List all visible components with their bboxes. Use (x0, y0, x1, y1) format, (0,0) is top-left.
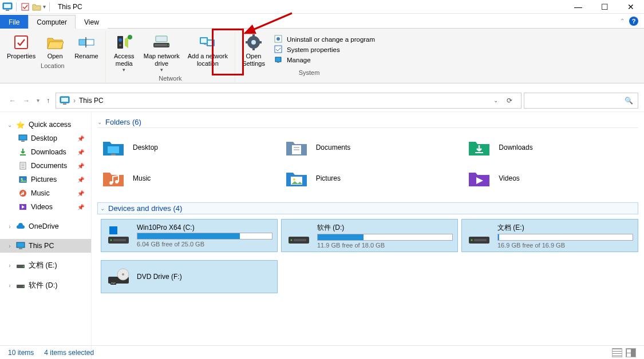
close-button[interactable]: ✕ (618, 0, 644, 14)
details-view-button[interactable] (612, 348, 622, 357)
ribbon-group-network: Access media ▾ Map network drive ▾ Add a… (106, 31, 235, 83)
dropdown-icon: ▾ (160, 67, 163, 73)
folder-pictures[interactable]: Pictures (284, 165, 456, 192)
svg-rect-47 (17, 242, 25, 248)
breadcrumb[interactable]: This PC (79, 97, 104, 105)
svg-point-14 (168, 45, 169, 46)
icons-view-button[interactable] (626, 348, 636, 357)
folder-downloads[interactable]: Downloads (467, 134, 638, 161)
add-network-location-button[interactable]: Add a network location (185, 31, 230, 74)
status-item-count: 10 items (8, 349, 34, 357)
desktop-icon (18, 134, 27, 143)
manage-icon (274, 55, 283, 65)
folder-icon (101, 136, 126, 159)
svg-rect-37 (21, 141, 25, 142)
svg-rect-35 (63, 103, 66, 105)
svg-point-22 (251, 40, 256, 45)
folder-icon (101, 167, 126, 190)
ribbon: Properties Open Rename Location Access m… (0, 29, 644, 83)
svg-rect-53 (108, 146, 119, 153)
uninstall-program-button[interactable]: Uninstall or change a program (274, 35, 375, 44)
chevron-right-icon: › (7, 282, 13, 289)
nav-onedrive[interactable]: › OneDrive (0, 220, 91, 233)
drive-dvd[interactable]: DVD DVD Drive (F:) (101, 260, 278, 293)
pin-icon: 📌 (77, 163, 89, 169)
nav-drive-e[interactable]: › 文档 (E:) (0, 258, 91, 273)
quick-access-toolbar: ▾ (0, 2, 54, 12)
folders-group-header[interactable]: ⌄ Folders (6) (97, 117, 638, 128)
folder-icon (467, 136, 492, 159)
svg-point-52 (23, 286, 24, 287)
properties-button[interactable]: Properties (5, 31, 38, 61)
dvd-drive-icon: DVD (106, 265, 131, 288)
nav-qa-desktop[interactable]: Desktop📌 (0, 131, 91, 145)
nav-qa-videos[interactable]: Videos📌 (0, 200, 91, 214)
address-bar[interactable]: › This PC ⌄ ⟳ (56, 93, 521, 109)
minimize-button[interactable]: — (565, 0, 591, 14)
svg-rect-1 (4, 4, 11, 8)
cloud-icon (16, 222, 25, 231)
back-button[interactable]: ← (9, 97, 16, 105)
svg-rect-15 (156, 36, 167, 42)
rename-button[interactable]: Rename (72, 31, 101, 61)
nav-this-pc[interactable]: › This PC (0, 239, 91, 253)
nav-drive-d[interactable]: › 软件 (D:) (0, 278, 91, 293)
map-network-drive-button[interactable]: Map network drive ▾ (141, 31, 182, 74)
status-selected-count: 4 items selected (44, 349, 94, 357)
open-folder-icon (46, 33, 64, 51)
folder-videos[interactable]: Videos (467, 165, 638, 192)
manage-button[interactable]: Manage (274, 55, 375, 65)
folder-icon[interactable] (31, 2, 42, 12)
svg-rect-38 (20, 154, 26, 155)
svg-rect-54 (111, 154, 116, 155)
chevron-down-icon: ⌄ (7, 122, 13, 128)
qat-dropdown-icon[interactable]: ▾ (43, 3, 46, 10)
nav-qa-pictures[interactable]: Pictures📌 (0, 173, 91, 186)
maximize-button[interactable]: ☐ (591, 0, 618, 14)
drives-group-header[interactable]: ⌄ Devices and drives (4) (97, 202, 638, 214)
drive-item[interactable]: 软件 (D:)11.9 GB free of 18.0 GB (281, 219, 458, 252)
svg-rect-58 (475, 152, 483, 153)
chevron-down-icon: ⌄ (100, 205, 105, 212)
up-button[interactable]: ↑ (46, 97, 50, 105)
folder-desktop[interactable]: Desktop (101, 134, 272, 161)
system-properties-button[interactable]: System properties (274, 45, 375, 54)
qat-properties-icon[interactable] (20, 2, 30, 12)
nav-qa-downloads[interactable]: Downloads📌 (0, 145, 91, 159)
access-media-button[interactable]: Access media ▾ (110, 31, 138, 74)
folder-icon (467, 167, 492, 190)
nav-qa-music[interactable]: Music📌 (0, 186, 91, 200)
svg-point-11 (128, 35, 132, 39)
svg-point-44 (21, 178, 23, 180)
history-dropdown-icon[interactable]: ▾ (37, 97, 39, 103)
svg-rect-29 (275, 46, 282, 53)
open-button[interactable]: Open (41, 31, 69, 61)
usage-bar (317, 234, 453, 241)
tab-computer[interactable]: Computer (28, 15, 76, 29)
navigation-pane: ⌄ ⭐ Quick access Desktop📌Downloads📌Docum… (0, 112, 92, 359)
documents-icon (18, 161, 27, 170)
gear-icon (244, 33, 263, 51)
nav-qa-documents[interactable]: Documents📌 (0, 159, 91, 173)
search-input[interactable]: 🔍 (524, 93, 638, 109)
svg-point-9 (118, 38, 122, 42)
collapse-ribbon-icon[interactable]: ⌃ (620, 18, 625, 24)
tab-file[interactable]: File (0, 15, 28, 29)
tab-view[interactable]: View (76, 15, 108, 29)
folder-icon (284, 136, 309, 159)
drive-item[interactable]: 文档 (E:)16.9 GB free of 16.9 GB (461, 219, 638, 252)
nav-quick-access[interactable]: ⌄ ⭐ Quick access (0, 118, 91, 131)
folder-music[interactable]: Music (101, 165, 272, 192)
navigation-bar: ← → ▾ ↑ › This PC ⌄ ⟳ 🔍 (0, 89, 644, 112)
folder-documents[interactable]: Documents (284, 134, 456, 161)
help-icon[interactable]: ? (629, 17, 638, 26)
refresh-button[interactable]: ⟳ (501, 97, 517, 105)
open-settings-button[interactable]: Open Settings (240, 31, 267, 68)
forward-button[interactable]: → (23, 97, 30, 105)
drive-icon (106, 224, 131, 247)
drive-item[interactable]: Win10Pro X64 (C:)6.04 GB free of 25.0 GB (101, 219, 278, 252)
window-controls: — ☐ ✕ (565, 0, 644, 14)
address-dropdown-icon[interactable]: ⌄ (493, 97, 498, 103)
svg-rect-70 (113, 239, 126, 241)
svg-rect-64 (109, 226, 113, 230)
